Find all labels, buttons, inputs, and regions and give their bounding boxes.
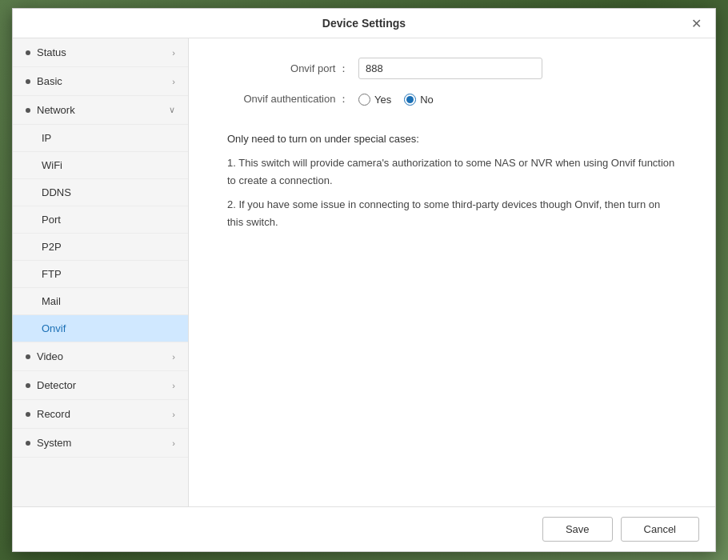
dialog-overlay: Device Settings ✕ Status › Basic › <box>0 0 728 560</box>
title-bar: Device Settings ✕ <box>13 9 715 38</box>
sidebar-item-label: Video <box>37 350 172 362</box>
sidebar-item-label: System <box>37 437 172 449</box>
sidebar-item-status[interactable]: Status › <box>13 38 188 67</box>
sub-item-label: IP <box>42 132 51 144</box>
onvif-port-label: Onvif port ： <box>214 62 358 76</box>
chevron-right-icon: › <box>172 438 175 448</box>
sidebar-item-label: Network <box>37 104 169 116</box>
cancel-button[interactable]: Cancel <box>621 517 699 542</box>
sub-item-label: Onvif <box>42 322 66 334</box>
info-item-1: 1. This switch will provide camera's aut… <box>227 154 677 190</box>
onvif-port-input[interactable] <box>358 58 542 79</box>
radio-yes-text: Yes <box>374 94 391 106</box>
sidebar-sub-item-ftp[interactable]: FTP <box>13 261 188 288</box>
sidebar-sub-item-p2p[interactable]: P2P <box>13 234 188 261</box>
radio-no-input[interactable] <box>404 94 416 106</box>
chevron-right-icon: › <box>172 48 175 58</box>
sidebar-sub-item-wifi[interactable]: WiFi <box>13 152 188 179</box>
main-content: Onvif port ： Onvif authentication ： Yes … <box>189 38 715 506</box>
onvif-auth-radio-group: Yes No <box>358 94 434 106</box>
chevron-right-icon: › <box>172 410 175 419</box>
device-settings-dialog: Device Settings ✕ Status › Basic › <box>12 8 716 552</box>
sidebar-sub-item-port[interactable]: Port <box>13 206 188 234</box>
sub-item-label: WiFi <box>42 159 62 171</box>
bullet-icon <box>26 383 30 388</box>
sidebar-item-label: Status <box>37 46 172 58</box>
info-item-2: 2. If you have some issue in connecting … <box>227 196 677 231</box>
sidebar-item-system[interactable]: System › <box>13 429 188 458</box>
dialog-footer: Save Cancel <box>13 506 715 551</box>
chevron-right-icon: › <box>172 77 175 86</box>
save-button[interactable]: Save <box>542 517 613 542</box>
onvif-auth-label: Onvif authentication ： <box>214 92 358 106</box>
info-title: Only need to turn on under special cases… <box>227 130 677 148</box>
sub-item-label: Port <box>42 214 61 226</box>
radio-no-label[interactable]: No <box>404 94 434 106</box>
bullet-icon <box>26 79 30 84</box>
sidebar-item-label: Record <box>37 408 172 420</box>
bullet-icon <box>26 441 30 446</box>
radio-no-text: No <box>420 94 434 106</box>
sidebar-item-detector[interactable]: Detector › <box>13 371 188 400</box>
sidebar-sub-item-ddns[interactable]: DDNS <box>13 179 188 206</box>
radio-yes-input[interactable] <box>358 94 370 106</box>
sidebar-item-label: Detector <box>37 379 172 391</box>
sidebar-item-record[interactable]: Record › <box>13 400 188 429</box>
sidebar: Status › Basic › Network ∨ IP <box>13 38 189 506</box>
close-button[interactable]: ✕ <box>686 14 706 33</box>
bullet-icon <box>26 354 30 359</box>
sidebar-item-network[interactable]: Network ∨ <box>13 96 188 125</box>
chevron-down-icon: ∨ <box>169 105 175 115</box>
sub-item-label: P2P <box>42 241 62 253</box>
bullet-icon <box>26 50 30 55</box>
sidebar-sub-item-mail[interactable]: Mail <box>13 288 188 315</box>
onvif-port-row: Onvif port ： <box>214 58 690 79</box>
dialog-title: Device Settings <box>322 17 406 30</box>
sidebar-item-basic[interactable]: Basic › <box>13 67 188 96</box>
dialog-body: Status › Basic › Network ∨ IP <box>13 38 715 506</box>
radio-yes-label[interactable]: Yes <box>358 94 391 106</box>
sidebar-item-label: Basic <box>37 75 172 87</box>
sub-item-label: DDNS <box>42 186 71 198</box>
sub-item-label: Mail <box>42 295 61 307</box>
sidebar-sub-item-onvif[interactable]: Onvif <box>13 315 188 342</box>
bullet-icon <box>26 108 30 113</box>
bullet-icon <box>26 412 30 417</box>
sidebar-item-video[interactable]: Video › <box>13 342 188 371</box>
info-box: Only need to turn on under special cases… <box>214 119 690 249</box>
sub-item-label: FTP <box>42 268 62 280</box>
onvif-auth-row: Onvif authentication ： Yes No <box>214 92 690 106</box>
chevron-right-icon: › <box>172 352 175 362</box>
chevron-right-icon: › <box>172 381 175 390</box>
sidebar-sub-item-ip[interactable]: IP <box>13 125 188 152</box>
